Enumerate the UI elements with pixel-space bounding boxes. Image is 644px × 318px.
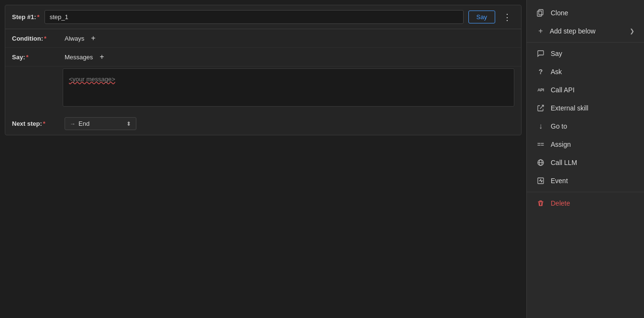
divider-1 <box>527 42 644 43</box>
say-value: Messages <box>65 54 93 61</box>
menu-item-external-skill[interactable]: External skill <box>527 99 644 117</box>
menu-item-delete[interactable]: Delete <box>527 194 644 212</box>
call-api-label: Call API <box>551 86 575 94</box>
menu-item-call-api[interactable]: API Call API <box>527 81 644 99</box>
delete-label: Delete <box>551 199 570 207</box>
more-options-button[interactable]: ⋮ <box>500 12 514 22</box>
step-name-input[interactable] <box>44 10 464 24</box>
say-row: Say:* Messages + <box>5 48 521 66</box>
clone-label: Clone <box>551 9 568 17</box>
next-step-label: Next step:* <box>12 120 60 127</box>
step-header: Step #1:* Say ⋮ <box>5 5 521 29</box>
add-step-label: Add step below <box>550 27 596 35</box>
main-area: Step #1:* Say ⋮ Condition:* Always + Say… <box>0 0 526 318</box>
add-message-button[interactable]: + <box>98 53 106 61</box>
add-step-icon: + <box>536 27 545 35</box>
next-step-row: Next step:* → End ⬍ <box>5 112 521 135</box>
condition-label: Condition:* <box>12 35 60 42</box>
menu-item-ask[interactable]: ? Ask <box>527 63 644 81</box>
condition-row: Condition:* Always + <box>5 29 521 48</box>
menu-item-call-llm[interactable]: Call LLM <box>527 154 644 172</box>
divider-2 <box>527 192 644 192</box>
step-container: Step #1:* Say ⋮ Condition:* Always + Say… <box>5 5 522 135</box>
chevron-updown-icon: ⬍ <box>126 121 131 127</box>
add-condition-button[interactable]: + <box>89 34 97 43</box>
call-llm-icon <box>536 158 545 167</box>
event-label: Event <box>551 177 568 185</box>
call-api-icon: API <box>536 86 545 94</box>
next-step-select[interactable]: → End ⬍ <box>65 117 136 130</box>
menu-item-add-step-below[interactable]: + Add step below ❯ <box>527 22 644 40</box>
menu-item-say[interactable]: Say <box>527 44 644 63</box>
step-label: Step #1:* <box>12 13 40 21</box>
condition-value: Always <box>65 35 84 42</box>
assign-icon: == <box>536 140 545 149</box>
assign-label: Assign <box>551 141 571 148</box>
message-area[interactable]: <your message> <box>63 68 514 107</box>
svg-rect-0 <box>537 11 542 16</box>
event-icon <box>536 176 545 185</box>
say-label: Say:* <box>12 54 60 61</box>
context-menu: Clone + Add step below ❯ Say ? Ask API C… <box>526 0 644 318</box>
menu-item-clone[interactable]: Clone <box>527 4 644 22</box>
menu-item-assign[interactable]: == Assign <box>527 135 644 154</box>
message-placeholder: <your message> <box>69 76 115 83</box>
go-to-label: Go to <box>551 122 567 130</box>
call-llm-label: Call LLM <box>551 159 577 166</box>
external-skill-label: External skill <box>551 104 588 112</box>
step-required-marker: * <box>37 13 40 21</box>
step-label-text: Step #1: <box>12 13 36 21</box>
next-step-value: End <box>78 120 123 127</box>
go-to-icon: ↓ <box>536 122 545 131</box>
menu-item-event[interactable]: Event <box>527 172 644 190</box>
say-button[interactable]: Say <box>468 11 495 23</box>
delete-icon <box>536 199 545 208</box>
external-skill-icon <box>536 104 545 112</box>
say-menu-label: Say <box>551 50 562 57</box>
next-step-icon: → <box>70 121 76 127</box>
expand-icon: ❯ <box>630 28 634 34</box>
clone-icon <box>536 9 545 17</box>
svg-rect-1 <box>539 10 543 15</box>
menu-item-go-to[interactable]: ↓ Go to <box>527 117 644 135</box>
ask-icon: ? <box>536 67 545 76</box>
ask-label: Ask <box>551 68 562 76</box>
say-icon <box>536 49 545 58</box>
